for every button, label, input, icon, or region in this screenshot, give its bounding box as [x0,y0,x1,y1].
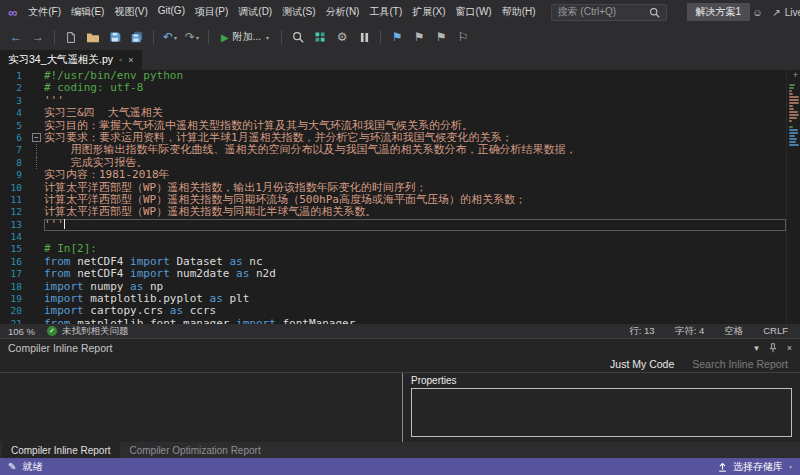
minimap-line-mark [789,84,795,86]
zoom-level-control[interactable]: 106 % [8,326,35,337]
attach-debug-button[interactable]: ▶ 附加... ▾ [215,27,275,47]
code-line[interactable]: 6−实习要求：要求运用资料，计算北半球1月遥相关指数，并分析它与环流和我国气候变… [0,132,786,144]
code-line[interactable]: 11计算太平洋西部型（WP）遥相关指数与同期环流场（500hPa高度场或海平面气… [0,194,786,206]
menu-item[interactable]: Git(G) [153,3,190,21]
new-file-icon[interactable] [61,27,81,47]
code-token: ccrs [190,305,217,317]
clear-bookmarks-icon[interactable]: ⚐ [453,27,473,47]
position-item[interactable]: CRLF [763,325,788,338]
code-line[interactable]: 8 完成实习报告。 [0,157,786,169]
panel-tab[interactable]: Compiler Inline Report [2,442,120,458]
code-line[interactable]: 3''' [0,95,786,107]
menu-item[interactable]: 调试(D) [233,3,277,21]
code-line[interactable]: 10计算太平洋西部型（WP）遥相关指数，输出1月份该指数年际变化的时间序列； [0,182,786,194]
navigate-forward-icon[interactable]: → [28,27,48,47]
code-line[interactable]: 15# In[2]: [0,243,786,255]
minimap-line-mark [789,138,797,140]
save-icon[interactable] [105,27,125,47]
code-line[interactable]: 5实习目的：掌握大气环流中遥相关型指数的计算及其与大气环流和我国气候关系的分析。 [0,120,786,132]
toggle-bookmark-icon[interactable]: ⚑ [387,27,407,47]
minimap-line-mark [789,117,797,119]
repo-picker-button[interactable]: 选择存储库 ▾ [717,460,792,474]
fold-collapse-icon[interactable]: − [32,133,41,142]
code-line-text: 实习内容：1981-2018年 [44,169,786,181]
panel-title: Compiler Inline Report [8,342,112,354]
menu-item[interactable]: 文件(F) [23,3,66,21]
find-in-files-icon[interactable] [288,27,308,47]
previous-bookmark-icon[interactable]: ⚑ [409,27,429,47]
document-tab[interactable]: 实习34_大气遥相关.py ◦ × [0,50,142,70]
code-line[interactable]: 7 用图形输出指数年际变化曲线、遥相关的空间分布以及与我国气温的相关系数分布，正… [0,144,786,156]
code-line-text: from netCDF4 import num2date as n2d [44,268,786,280]
open-file-icon[interactable] [83,27,103,47]
minimap-line-mark [789,135,795,137]
position-item[interactable]: 字符: 4 [675,325,705,338]
solution-badge[interactable]: 解决方案1 [687,3,751,21]
menu-item[interactable]: 测试(S) [277,3,320,21]
code-line[interactable]: 12计算太平洋西部型（WP）遥相关指数与同期北半球气温的相关系数。 [0,206,786,218]
code-line-text: ''' [44,95,786,107]
position-item[interactable]: 行: 13 [629,325,654,338]
just-my-code-toggle[interactable]: Just My Code [610,358,674,370]
menu-item[interactable]: 帮助(H) [497,3,541,21]
code-line[interactable]: 17from netCDF4 import num2date as n2d [0,268,786,280]
code-line[interactable]: 16from netCDF4 import Dataset as nc [0,256,786,268]
code-line[interactable]: 20import cartopy.crs as ccrs [0,305,786,317]
live-share-button[interactable]: ↗ Live Share [772,7,800,18]
menu-item[interactable]: 分析(N) [321,3,365,21]
code-line[interactable]: 9实习内容：1981-2018年 [0,169,786,181]
code-editor[interactable]: 1#!/usr/bin/env python2# coding: utf-83'… [0,70,800,324]
code-area[interactable]: 1#!/usr/bin/env python2# coding: utf-83'… [0,70,786,324]
code-line[interactable]: 21from matplotlib.font_manager import fo… [0,318,786,324]
caret-position-group: 行: 13字符: 4空格CRLF [629,325,792,338]
code-line[interactable]: 4实习三&四 大气遥相关 [0,107,786,119]
tab-close-icon[interactable]: × [128,55,133,65]
code-line[interactable]: 19import matplotlib.pyplot as plt [0,293,786,305]
save-all-icon[interactable] [127,27,147,47]
line-number: 17 [0,268,30,280]
position-item[interactable]: 空格 [724,325,743,338]
line-number: 16 [0,256,30,268]
feedback-icon[interactable]: ☺ [752,7,762,18]
tab-state-icon[interactable]: ◦ [119,55,122,65]
fold-column [30,82,44,94]
redo-icon[interactable]: ↷▾ [182,27,202,47]
menu-item[interactable]: 扩展(X) [407,3,450,21]
minimap-line-mark [789,87,794,89]
minimap-scrollbar[interactable]: + [786,70,800,324]
code-token: fontManager [282,318,355,324]
code-token: # In[2]: [44,243,97,255]
solution-explorer-icon[interactable] [310,27,330,47]
code-line[interactable]: 2# coding: utf-8 [0,82,786,94]
line-number: 5 [0,120,30,132]
break-all-icon[interactable] [354,27,374,47]
close-icon[interactable]: × [787,343,792,353]
text-cursor [64,219,66,229]
code-token: matplotlib.pyplot [90,293,209,305]
code-line[interactable]: 13''' [0,219,786,231]
menu-item[interactable]: 编辑(E) [66,3,109,21]
undo-icon[interactable]: ↶▾ [160,27,180,47]
code-token: from [44,268,77,280]
line-number: 12 [0,206,30,218]
code-line[interactable]: 14 [0,231,786,243]
code-health-indicator[interactable]: ✓ 未找到相关问题 [47,325,129,338]
health-label: 未找到相关问题 [62,325,129,338]
navigate-backward-icon[interactable]: ← [6,27,26,47]
code-line[interactable]: 18import numpy as np [0,281,786,293]
panel-tab[interactable]: Compiler Optimization Report [121,442,270,458]
search-inline-report-input[interactable]: Search Inline Report [692,358,788,370]
window-menu-icon[interactable]: ▾ [754,343,759,353]
pin-icon[interactable] [768,343,778,353]
code-line[interactable]: 1#!/usr/bin/env python [0,70,786,82]
menu-item[interactable]: 窗口(W) [451,3,497,21]
quick-search-box[interactable]: 搜索 (Ctrl+Q) [551,4,667,21]
repo-picker-label: 选择存储库 [733,460,783,474]
panel-toolbar: Just My Code Search Inline Report [0,356,800,373]
split-editor-handle[interactable]: + [793,70,798,81]
menu-item[interactable]: 视图(V) [109,3,152,21]
properties-window-icon[interactable]: ⚙ [332,27,352,47]
menu-item[interactable]: 工具(T) [364,3,407,21]
next-bookmark-icon[interactable]: ⚑ [431,27,451,47]
menu-item[interactable]: 项目(P) [190,3,233,21]
